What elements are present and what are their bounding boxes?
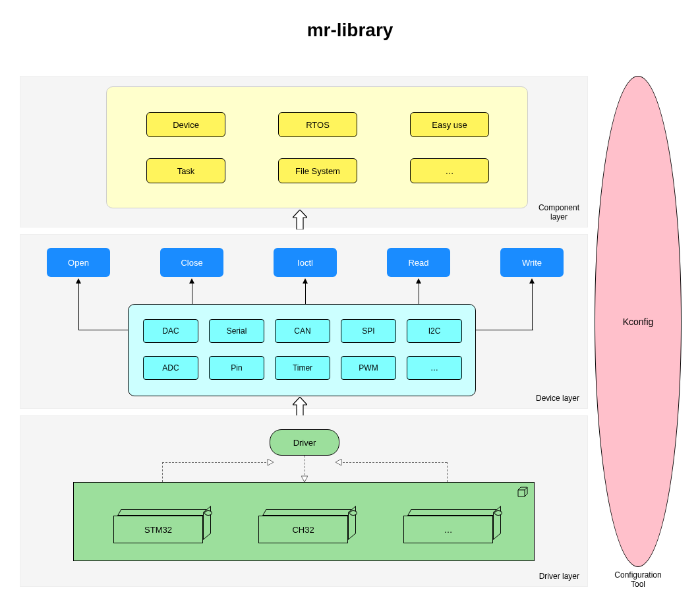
device-layer-label: Device layer [536,394,579,403]
device-timer: Timer [275,356,330,380]
device-pin: Pin [209,356,264,380]
triangle-open-right-icon [267,459,274,466]
arrow-driver-to-device-icon [293,397,307,417]
device-dac: DAC [143,319,198,343]
device-more: … [407,356,462,380]
driver-layer-label: Driver layer [539,572,579,581]
package-icon [517,487,529,497]
api-close: Close [160,248,223,277]
device-layer: Open Close Ioctl Read Write DAC Serial C… [20,234,588,409]
component-layer-label: Component layer [539,203,579,222]
component-layer: Device RTOS Easy use Task File System … … [20,76,588,227]
device-can: CAN [275,319,330,343]
device-panel: DAC Serial CAN SPI I2C ADC Pin Timer PWM… [128,304,476,396]
hw-stm32: STM32 [113,509,211,543]
api-write: Write [500,248,564,277]
arrow-device-to-component-icon [293,210,307,229]
component-more: … [410,158,489,183]
device-pwm: PWM [341,356,396,380]
device-spi: SPI [341,319,396,343]
hw-ch32: CH32 [258,509,356,543]
driver-box: Driver [270,429,339,456]
component-device: Device [146,112,225,137]
component-task: Task [146,158,225,183]
api-ioctl: Ioctl [274,248,337,277]
device-i2c: I2C [407,319,462,343]
triangle-open-down-icon [301,474,308,482]
kconfig-label: Configuration Tool [595,570,682,589]
driver-panel: STM32 CH32 … [73,482,535,561]
api-open: Open [47,248,110,277]
kconfig-box: Kconfig [595,76,682,567]
diagram-title: mr-library [0,20,700,41]
component-easyuse: Easy use [410,112,489,137]
hw-more: … [403,509,501,543]
device-adc: ADC [143,356,198,380]
device-serial: Serial [209,319,264,343]
component-panel: Device RTOS Easy use Task File System … [106,86,528,208]
component-rtos: RTOS [278,112,357,137]
triangle-open-left-icon [335,459,342,466]
driver-layer: Driver STM32 CH32 … Driver layer [20,415,588,587]
api-read: Read [387,248,450,277]
component-filesystem: File System [278,158,357,183]
